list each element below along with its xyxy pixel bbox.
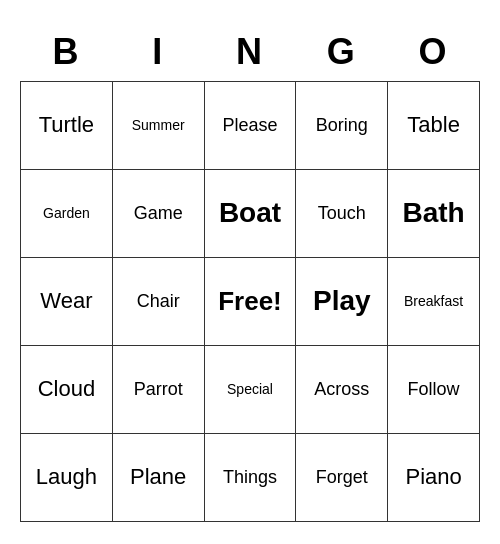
cell-text: Boat — [209, 197, 292, 229]
cell-text: Please — [209, 115, 292, 136]
cell-text: Touch — [300, 203, 383, 224]
cell-r3-c2: Special — [204, 345, 296, 433]
cell-r2-c1: Chair — [112, 257, 204, 345]
header-g: G — [296, 23, 388, 82]
cell-r1-c4: Bath — [388, 169, 480, 257]
header-o: O — [388, 23, 480, 82]
cell-r0-c2: Please — [204, 81, 296, 169]
cell-r0-c4: Table — [388, 81, 480, 169]
cell-r1-c1: Game — [112, 169, 204, 257]
table-row: TurtleSummerPleaseBoringTable — [21, 81, 480, 169]
cell-r1-c3: Touch — [296, 169, 388, 257]
cell-text: Follow — [392, 379, 475, 400]
cell-text: Summer — [117, 117, 200, 133]
cell-r4-c3: Forget — [296, 433, 388, 521]
cell-r2-c3: Play — [296, 257, 388, 345]
cell-r1-c2: Boat — [204, 169, 296, 257]
table-row: LaughPlaneThingsForgetPiano — [21, 433, 480, 521]
bingo-body: TurtleSummerPleaseBoringTableGardenGameB… — [21, 81, 480, 521]
cell-text: Plane — [117, 464, 200, 490]
cell-text: Parrot — [117, 379, 200, 400]
cell-text: Forget — [300, 467, 383, 488]
cell-text: Breakfast — [392, 293, 475, 309]
cell-r3-c4: Follow — [388, 345, 480, 433]
bingo-header: B I N G O — [21, 23, 480, 82]
cell-text: Table — [392, 112, 475, 138]
cell-text: Across — [300, 379, 383, 400]
cell-text: Chair — [117, 291, 200, 312]
cell-text: Special — [209, 381, 292, 397]
cell-r3-c3: Across — [296, 345, 388, 433]
cell-text: Free! — [209, 286, 292, 317]
cell-text: Things — [209, 467, 292, 488]
cell-r0-c1: Summer — [112, 81, 204, 169]
table-row: WearChairFree!PlayBreakfast — [21, 257, 480, 345]
cell-r2-c0: Wear — [21, 257, 113, 345]
cell-r2-c4: Breakfast — [388, 257, 480, 345]
cell-text: Play — [300, 285, 383, 317]
cell-r0-c3: Boring — [296, 81, 388, 169]
cell-text: Cloud — [25, 376, 108, 402]
bingo-card: B I N G O TurtleSummerPleaseBoringTableG… — [20, 23, 480, 522]
cell-r0-c0: Turtle — [21, 81, 113, 169]
cell-r4-c2: Things — [204, 433, 296, 521]
table-row: GardenGameBoatTouchBath — [21, 169, 480, 257]
cell-text: Turtle — [25, 112, 108, 138]
header-n: N — [204, 23, 296, 82]
cell-r2-c2: Free! — [204, 257, 296, 345]
cell-text: Game — [117, 203, 200, 224]
header-i: I — [112, 23, 204, 82]
cell-text: Laugh — [25, 464, 108, 490]
cell-r4-c4: Piano — [388, 433, 480, 521]
cell-text: Bath — [392, 197, 475, 229]
cell-text: Wear — [25, 288, 108, 314]
cell-r3-c1: Parrot — [112, 345, 204, 433]
cell-r3-c0: Cloud — [21, 345, 113, 433]
header-b: B — [21, 23, 113, 82]
cell-text: Boring — [300, 115, 383, 136]
cell-text: Piano — [392, 464, 475, 490]
cell-text: Garden — [25, 205, 108, 221]
table-row: CloudParrotSpecialAcrossFollow — [21, 345, 480, 433]
cell-r1-c0: Garden — [21, 169, 113, 257]
cell-r4-c0: Laugh — [21, 433, 113, 521]
cell-r4-c1: Plane — [112, 433, 204, 521]
